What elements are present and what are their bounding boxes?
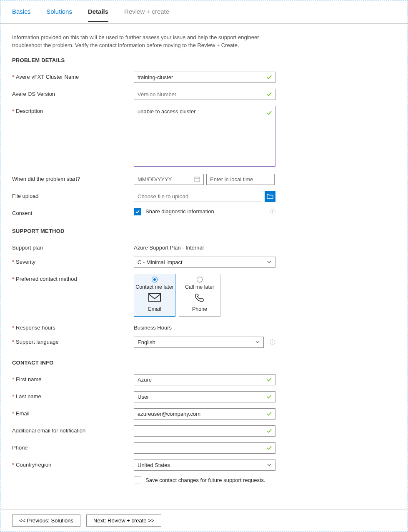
label-phone: Phone	[12, 445, 28, 451]
chevron-down-icon	[267, 462, 272, 467]
required-mark: *	[12, 462, 14, 468]
svg-point-5	[272, 210, 273, 211]
file-browse-button[interactable]	[265, 191, 275, 202]
label-cluster-name: Avere vFXT Cluster Name	[16, 74, 79, 80]
additional-email-input[interactable]	[134, 425, 275, 437]
card-subtitle: Phone	[180, 306, 219, 312]
folder-icon	[267, 193, 273, 199]
label-email: Email	[16, 410, 30, 417]
save-contact-label: Save contact changes for future support …	[145, 477, 265, 483]
label-last-name: Last name	[16, 393, 41, 400]
tab-details[interactable]: Details	[88, 2, 108, 22]
wizard-footer: << Previous: Solutions Next: Review + cr…	[0, 509, 408, 532]
svg-rect-0	[195, 177, 200, 182]
required-mark: *	[12, 276, 14, 282]
required-mark: *	[12, 74, 14, 80]
label-os-version: Avere OS Version	[12, 91, 55, 97]
card-title: Call me later	[180, 284, 219, 290]
label-response-hours: Response hours	[16, 325, 55, 331]
intro-text: Information provided on this tab will be…	[12, 34, 270, 50]
tab-basics[interactable]: Basics	[12, 2, 30, 22]
tab-solutions[interactable]: Solutions	[46, 2, 72, 22]
section-problem-details: PROBLEM DETAILS	[12, 57, 396, 63]
contact-method-email-card[interactable]: Contact me later Email	[134, 274, 175, 317]
card-subtitle: Email	[135, 306, 174, 312]
previous-button[interactable]: << Previous: Solutions	[12, 515, 80, 527]
file-upload-input[interactable]: Choose file to upload	[134, 191, 262, 202]
description-textarea[interactable]: unable to access cluster	[134, 106, 275, 167]
country-select[interactable]: United States	[134, 460, 275, 471]
chevron-down-icon	[267, 260, 272, 265]
label-description: Description	[16, 108, 43, 114]
svg-point-9	[272, 340, 273, 341]
phone-input[interactable]	[134, 442, 275, 454]
label-file-upload: File upload	[12, 193, 39, 199]
time-placeholder: Enter in local time	[210, 176, 253, 182]
email-input[interactable]	[134, 408, 275, 420]
os-version-input[interactable]	[134, 89, 275, 100]
last-name-input[interactable]	[134, 391, 275, 402]
card-title: Contact me later	[135, 284, 174, 290]
date-placeholder: MM/DD/YYYY	[138, 176, 172, 182]
radio-icon	[197, 277, 203, 282]
info-icon[interactable]	[270, 339, 275, 345]
severity-select[interactable]: C - Minimal impact	[134, 257, 275, 268]
required-mark: *	[12, 325, 14, 331]
date-input[interactable]: MM/DD/YYYY	[134, 174, 204, 185]
chevron-down-icon	[255, 340, 260, 345]
label-support-plan: Support plan	[12, 245, 43, 251]
handset-icon	[193, 292, 206, 302]
info-icon[interactable]	[270, 209, 275, 215]
language-value: English	[138, 339, 155, 345]
label-preferred-contact: Preferred contact method	[16, 276, 77, 282]
required-mark: *	[12, 108, 14, 114]
required-mark: *	[12, 393, 14, 400]
envelope-icon	[148, 292, 161, 302]
consent-checkbox[interactable]	[134, 208, 141, 215]
required-mark: *	[12, 339, 14, 345]
required-mark: *	[12, 376, 14, 382]
required-mark: *	[12, 259, 14, 265]
radio-icon	[152, 277, 158, 282]
svg-rect-7	[149, 294, 160, 301]
language-select[interactable]: English	[134, 337, 264, 348]
label-additional-email: Additional email for notification	[12, 427, 85, 434]
label-problem-start: When did the problem start?	[12, 176, 80, 182]
cluster-name-input[interactable]	[134, 72, 275, 83]
form-scroll-area[interactable]: Information provided on this tab will be…	[0, 24, 408, 509]
label-support-language: Support language	[16, 339, 59, 345]
label-severity: Severity	[16, 259, 35, 265]
label-consent: Consent	[12, 210, 32, 216]
country-value: United States	[138, 462, 170, 468]
support-plan-value: Azure Support Plan - Internal	[134, 242, 275, 251]
label-country: Country/region	[16, 462, 51, 468]
section-support-method: SUPPORT METHOD	[12, 228, 396, 234]
checkmark-icon	[135, 209, 140, 214]
save-contact-checkbox[interactable]	[134, 477, 141, 484]
tab-review-create[interactable]: Review + create	[124, 2, 169, 22]
calendar-icon	[194, 176, 200, 182]
tab-strip: Basics Solutions Details Review + create	[0, 0, 408, 24]
response-hours-value: Business Hours	[134, 322, 275, 331]
severity-value: C - Minimal impact	[138, 259, 183, 265]
section-contact-info: CONTACT INFO	[12, 360, 396, 366]
time-input[interactable]: Enter in local time	[206, 174, 275, 185]
next-button[interactable]: Next: Review + create >>	[86, 515, 161, 527]
first-name-input[interactable]	[134, 374, 275, 385]
contact-method-phone-card[interactable]: Call me later Phone	[179, 274, 220, 317]
consent-text: Share diagnostic information	[145, 208, 214, 215]
label-first-name: First name	[16, 376, 41, 382]
required-mark: *	[12, 410, 14, 417]
